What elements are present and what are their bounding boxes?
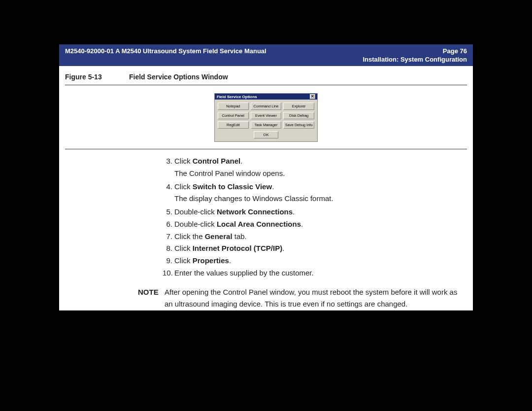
page-number: Page 76 — [363, 47, 467, 55]
figure-label: Figure 5-13 — [65, 73, 129, 81]
ok-row: OK — [218, 131, 314, 138]
step-4-sub: The display changes to Windows Classic f… — [174, 193, 467, 205]
step-5: 5. Double-click Network Connections. — [163, 206, 467, 218]
step-text: Click Control Panel. — [174, 155, 467, 168]
step-number: 4. — [163, 181, 174, 193]
step-text: Double-click Network Connections. — [174, 206, 467, 218]
embedded-screenshot: Field Service Options ✕ Notepad Command … — [59, 85, 473, 149]
step-10: 10. Enter the values supplied by the cus… — [163, 267, 467, 279]
steps-list: 3. Click Control Panel. The Control Pane… — [163, 155, 467, 279]
regedit-button[interactable]: RegEdit — [218, 121, 249, 129]
note-block: NOTE After opening the Control Panel win… — [138, 286, 467, 311]
step-3: 3. Click Control Panel. — [163, 155, 467, 168]
explorer-button[interactable]: Explorer — [283, 103, 314, 110]
notepad-button[interactable]: Notepad — [218, 103, 249, 110]
window-body: Notepad Command Line Explorer Control Pa… — [215, 100, 317, 141]
step-number: 9. — [163, 255, 174, 267]
task-manager-button[interactable]: Task Manager — [251, 121, 282, 129]
step-text: Click Properties. — [174, 255, 467, 267]
step-3-sub: The Control Panel window opens. — [174, 168, 467, 180]
section-name: Installation: System Configuration — [363, 56, 467, 63]
step-number: 8. — [163, 242, 174, 255]
manual-page: M2540-92000-01 A M2540 Ultrasound System… — [59, 44, 473, 310]
figure-caption-row: Figure 5-13 Field Service Options Window — [59, 66, 473, 85]
step-4: 4. Click Switch to Classic View. — [163, 181, 467, 193]
step-9: 9. Click Properties. — [163, 255, 467, 267]
header-right: Page 76 Installation: System Configurati… — [363, 47, 467, 63]
step-number: 3. — [163, 155, 174, 168]
window-title-text: Field Service Options — [217, 95, 257, 99]
step-number: 5. — [163, 206, 174, 218]
command-line-button[interactable]: Command Line — [251, 103, 282, 110]
event-viewer-button[interactable]: Event Viewer — [251, 112, 282, 119]
step-number: 7. — [163, 231, 174, 243]
step-text: Enter the values supplied by the custome… — [174, 267, 467, 279]
step-text: Click Internet Protocol (TCP/IP). — [174, 242, 467, 255]
step-text: Click Switch to Classic View. — [174, 181, 467, 193]
step-6: 6. Double-click Local Area Connections. — [163, 218, 467, 231]
step-text: Click the General tab. — [174, 231, 467, 243]
step-number: 6. — [163, 218, 174, 231]
window-titlebar: Field Service Options ✕ — [215, 94, 317, 100]
doc-id: M2540-92000-01 A M2540 Ultrasound System… — [65, 47, 266, 55]
note-text: After opening the Control Panel window, … — [165, 286, 462, 311]
step-8: 8. Click Internet Protocol (TCP/IP). — [163, 242, 467, 255]
control-panel-button[interactable]: Control Panel — [218, 112, 249, 119]
close-icon[interactable]: ✕ — [310, 94, 315, 99]
note-label: NOTE — [138, 286, 165, 311]
content-area: 3. Click Control Panel. The Control Pane… — [59, 149, 473, 310]
disk-defrag-button[interactable]: Disk Defrag — [283, 112, 314, 119]
ok-button[interactable]: OK — [254, 131, 278, 138]
field-service-options-window: Field Service Options ✕ Notepad Command … — [214, 93, 318, 142]
figure-title: Field Service Options Window — [129, 73, 228, 81]
save-debug-info-button[interactable]: Save Debug Info — [283, 121, 314, 129]
step-7: 7. Click the General tab. — [163, 231, 467, 243]
page-header: M2540-92000-01 A M2540 Ultrasound System… — [59, 44, 473, 66]
button-grid: Notepad Command Line Explorer Control Pa… — [218, 103, 314, 129]
step-text: Double-click Local Area Connections. — [174, 218, 467, 231]
step-number: 10. — [163, 267, 174, 279]
